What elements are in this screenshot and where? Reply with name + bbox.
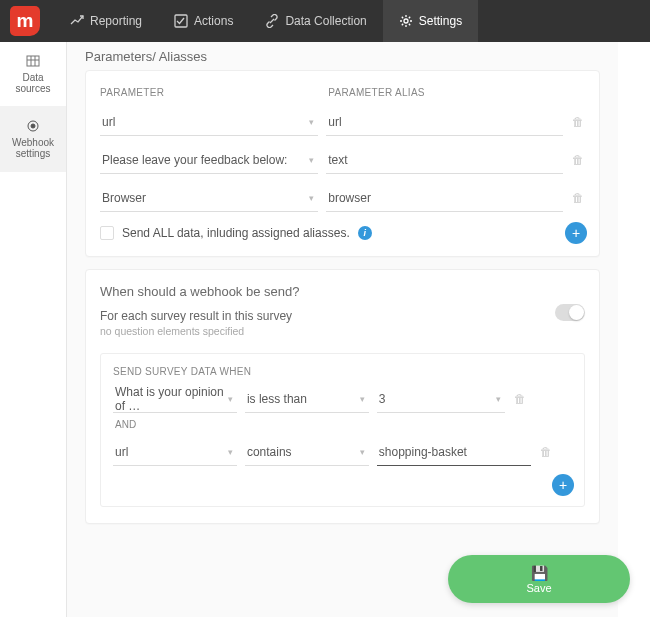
main: Parameters/ Aliasses PARAMETER PARAMETER…	[67, 42, 618, 617]
cond-op: is less than	[247, 392, 307, 406]
topbar: m Reporting Actions Data Collection Sett…	[0, 0, 650, 42]
send-all-row: Send ALL data, inluding assigned aliasse…	[100, 226, 585, 240]
param-value: Browser	[102, 191, 146, 205]
cond-field: What is your opinion of …	[115, 385, 228, 413]
params-head-row: PARAMETER PARAMETER ALIAS	[100, 87, 585, 98]
trash-icon[interactable]: 🗑	[571, 115, 585, 129]
grid-icon	[26, 54, 40, 68]
nav-settings[interactable]: Settings	[383, 0, 478, 42]
logo-letter: m	[17, 10, 34, 32]
param-row: Please leave your feedback below:▾ 🗑	[100, 146, 585, 174]
param-row: Browser▾ 🗑	[100, 184, 585, 212]
gear-icon	[399, 14, 413, 28]
cond-op-select[interactable]: is less than▾	[245, 385, 369, 413]
param-select[interactable]: Please leave your feedback below:▾	[100, 146, 318, 174]
cond-op-select[interactable]: contains▾	[245, 438, 369, 466]
checklist-icon	[174, 14, 188, 28]
alias-input[interactable]	[326, 108, 563, 136]
trash-icon[interactable]: 🗑	[539, 445, 553, 459]
parameters-card: PARAMETER PARAMETER ALIAS url▾ 🗑 Please …	[85, 70, 600, 257]
nav-label: Actions	[194, 14, 233, 28]
alias-input[interactable]	[326, 146, 563, 174]
alias-input[interactable]	[326, 184, 563, 212]
sidebar-item-data-sources[interactable]: Data sources	[0, 42, 66, 107]
chevron-down-icon: ▾	[360, 394, 365, 404]
cond-field: url	[115, 445, 128, 459]
svg-point-1	[404, 19, 408, 23]
cond-field-select[interactable]: What is your opinion of …▾	[113, 385, 237, 413]
send-all-label: Send ALL data, inluding assigned aliasse…	[122, 226, 350, 240]
trash-icon[interactable]: 🗑	[571, 191, 585, 205]
cond-val-select[interactable]: 3▾	[377, 385, 506, 413]
send-when-head: SEND SURVEY DATA WHEN	[113, 366, 572, 377]
link-icon	[265, 14, 279, 28]
svg-point-7	[31, 124, 35, 128]
save-label: Save	[526, 582, 551, 594]
param-head: PARAMETER	[100, 87, 318, 98]
right-rail	[618, 42, 650, 617]
nav-data-collection[interactable]: Data Collection	[249, 0, 382, 42]
info-icon[interactable]: i	[358, 226, 372, 240]
columns: Data sources Webhook settings Parameters…	[0, 42, 650, 617]
conditions-inner: SEND SURVEY DATA WHEN What is your opini…	[100, 353, 585, 507]
nav-reporting[interactable]: Reporting	[54, 0, 158, 42]
alias-head: PARAMETER ALIAS	[318, 87, 585, 98]
sidebar-item-label: Webhook settings	[4, 137, 62, 159]
chart-line-icon	[70, 14, 84, 28]
cond-field-select[interactable]: url▾	[113, 438, 237, 466]
trash-icon[interactable]: 🗑	[513, 392, 527, 406]
add-param-button[interactable]: +	[565, 222, 587, 244]
when-card: When should a webhook be send? For each …	[85, 269, 600, 524]
cond-val-input[interactable]	[377, 438, 531, 466]
sidebar: Data sources Webhook settings	[0, 42, 67, 617]
cond-val: 3	[379, 392, 386, 406]
logo[interactable]: m	[10, 6, 40, 36]
chevron-down-icon: ▾	[228, 394, 233, 404]
chevron-down-icon: ▾	[228, 447, 233, 457]
each-note: no question elements specified	[100, 325, 585, 337]
param-row: url▾ 🗑	[100, 108, 585, 136]
nav-label: Settings	[419, 14, 462, 28]
send-all-checkbox[interactable]	[100, 226, 114, 240]
sidebar-item-label: Data sources	[4, 72, 62, 94]
chevron-down-icon: ▾	[496, 394, 501, 404]
when-title: When should a webhook be send?	[100, 284, 585, 299]
save-icon: 💾	[531, 565, 548, 581]
each-toggle[interactable]	[555, 304, 585, 321]
params-inner: PARAMETER PARAMETER ALIAS url▾ 🗑 Please …	[100, 87, 585, 240]
svg-rect-2	[27, 56, 39, 66]
target-icon	[26, 119, 40, 133]
sidebar-item-webhook-settings[interactable]: Webhook settings	[0, 107, 66, 172]
chevron-down-icon: ▾	[309, 193, 314, 203]
param-value: Please leave your feedback below:	[102, 153, 287, 167]
chevron-down-icon: ▾	[309, 155, 314, 165]
param-select[interactable]: url▾	[100, 108, 318, 136]
condition-row: What is your opinion of …▾ is less than▾…	[113, 385, 572, 413]
condition-row: url▾ contains▾ 🗑	[113, 438, 572, 466]
each-label: For each survey result in this survey	[100, 309, 585, 323]
param-value: url	[102, 115, 115, 129]
chevron-down-icon: ▾	[309, 117, 314, 127]
nav-actions[interactable]: Actions	[158, 0, 249, 42]
chevron-down-icon: ▾	[360, 447, 365, 457]
nav-label: Data Collection	[285, 14, 366, 28]
save-button[interactable]: 💾 Save	[448, 555, 630, 603]
trash-icon[interactable]: 🗑	[571, 153, 585, 167]
cond-op: contains	[247, 445, 292, 459]
and-label: AND	[115, 419, 572, 430]
nav-label: Reporting	[90, 14, 142, 28]
page-title: Parameters/ Aliasses	[85, 42, 600, 64]
param-select[interactable]: Browser▾	[100, 184, 318, 212]
add-condition-button[interactable]: +	[552, 474, 574, 496]
